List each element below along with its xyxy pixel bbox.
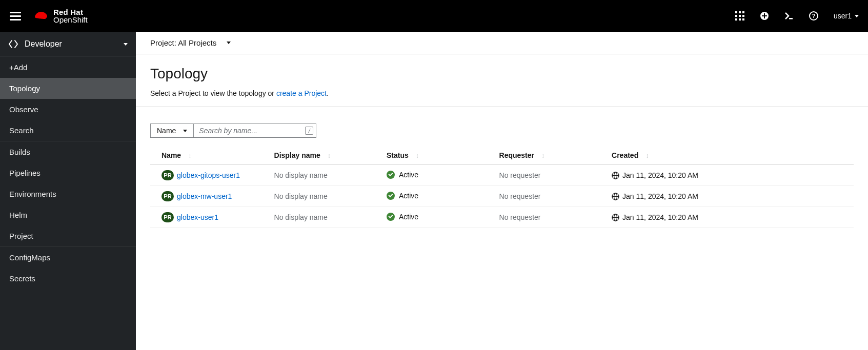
project-badge: PR <box>162 170 174 180</box>
project-label-value: All Projects <box>178 38 216 47</box>
grid-icon <box>735 11 744 20</box>
user-name: user1 <box>834 12 852 20</box>
status-cell: Active <box>387 171 418 179</box>
caret-down-icon <box>855 15 859 17</box>
requester-cell: No requester <box>488 165 601 186</box>
help-button[interactable]: ? <box>809 11 818 20</box>
check-circle-icon <box>387 192 395 200</box>
plus-circle-icon <box>760 11 769 20</box>
caret-down-icon <box>227 42 231 44</box>
project-link[interactable]: globex-gitops-user1 <box>177 171 240 179</box>
apps-launcher-button[interactable] <box>735 11 744 20</box>
sort-icon <box>541 152 544 159</box>
svg-rect-1 <box>739 11 741 13</box>
requester-cell: No requester <box>488 207 601 228</box>
table-header-created[interactable]: Created <box>600 146 854 165</box>
requester-cell: No requester <box>488 186 601 207</box>
question-circle-icon: ? <box>809 11 818 20</box>
project-link[interactable]: globex-user1 <box>177 213 218 221</box>
import-button[interactable] <box>760 11 769 20</box>
keyboard-shortcut-badge: / <box>305 127 313 135</box>
created-cell: Jan 11, 2024, 10:20 AM <box>600 186 854 207</box>
globe-icon <box>612 193 619 200</box>
svg-text:?: ? <box>812 13 816 19</box>
created-cell: Jan 11, 2024, 10:20 AM <box>600 207 854 228</box>
display-name-cell: No display name <box>263 186 376 207</box>
table-header-requester[interactable]: Requester <box>488 146 601 165</box>
sidebar-item-pipelines[interactable]: Pipelines <box>0 162 136 183</box>
project-link[interactable]: globex-mw-user1 <box>177 192 232 200</box>
user-menu-button[interactable]: user1 <box>834 12 859 20</box>
brand-text-top: Red Hat <box>53 8 88 16</box>
sidebar-item-environments[interactable]: Environments <box>0 183 136 204</box>
svg-rect-12 <box>789 18 793 19</box>
search-input[interactable] <box>193 123 316 138</box>
created-cell: Jan 11, 2024, 10:20 AM <box>600 165 854 186</box>
perspective-label: Developer <box>25 39 62 49</box>
page-description: Select a Project to view the topology or… <box>150 89 854 97</box>
filter-toolbar: Name / <box>136 111 868 141</box>
svg-rect-6 <box>735 18 737 20</box>
create-project-link[interactable]: create a Project <box>276 89 327 97</box>
code-icon <box>8 39 18 49</box>
table-header-display-name[interactable]: Display name <box>263 146 376 165</box>
display-name-cell: No display name <box>263 207 376 228</box>
status-cell: Active <box>387 192 418 200</box>
filter-attribute-dropdown[interactable]: Name <box>150 123 193 138</box>
sidebar-item-topology[interactable]: Topology <box>0 78 136 99</box>
svg-rect-3 <box>735 15 737 17</box>
status-cell: Active <box>387 213 418 221</box>
project-selector[interactable]: Project: All Projects <box>136 32 868 54</box>
sidebar-item--add[interactable]: +Add <box>0 57 136 78</box>
page-title: Topology <box>150 66 854 82</box>
svg-rect-5 <box>742 15 744 17</box>
sidebar-item-builds[interactable]: Builds <box>0 141 136 162</box>
masthead: Red Hat OpenShift ? user1 <box>0 0 868 32</box>
sidebar-item-helm[interactable]: Helm <box>0 204 136 225</box>
svg-rect-8 <box>742 18 744 20</box>
caret-down-icon <box>183 130 187 132</box>
terminal-button[interactable] <box>784 11 794 20</box>
hamburger-menu-button[interactable] <box>8 9 23 23</box>
table-header-status[interactable]: Status <box>375 146 488 165</box>
svg-rect-7 <box>739 18 741 20</box>
svg-rect-2 <box>742 11 744 13</box>
sort-icon <box>328 152 331 159</box>
brand-logo[interactable]: Red Hat OpenShift <box>33 8 88 24</box>
check-circle-icon <box>387 171 395 179</box>
redhat-hat-icon <box>33 10 49 22</box>
sort-icon <box>188 152 191 159</box>
sort-icon <box>416 152 419 159</box>
sidebar-item-configmaps[interactable]: ConfigMaps <box>0 247 136 268</box>
globe-icon <box>612 172 619 179</box>
sidebar-item-project[interactable]: Project <box>0 225 136 246</box>
sidebar: Developer +AddTopologyObserveSearchBuild… <box>0 32 136 350</box>
caret-down-icon <box>124 43 128 46</box>
display-name-cell: No display name <box>263 165 376 186</box>
projects-table: NameDisplay nameStatusRequesterCreated P… <box>150 146 854 228</box>
sidebar-item-observe[interactable]: Observe <box>0 99 136 120</box>
sort-icon <box>645 152 649 159</box>
check-circle-icon <box>387 213 395 221</box>
project-badge: PR <box>162 212 174 222</box>
divider <box>136 107 868 107</box>
svg-rect-11 <box>762 15 767 16</box>
sidebar-item-secrets[interactable]: Secrets <box>0 268 136 289</box>
terminal-icon <box>784 11 794 20</box>
table-header-name[interactable]: Name <box>150 146 263 165</box>
table-row: PRglobex-gitops-user1No display nameActi… <box>150 165 854 186</box>
project-label-prefix: Project: <box>150 38 176 47</box>
project-badge: PR <box>162 191 174 201</box>
svg-rect-4 <box>739 15 741 17</box>
table-row: PRglobex-mw-user1No display nameActiveNo… <box>150 186 854 207</box>
main-content: Project: All Projects Topology Select a … <box>136 32 868 350</box>
table-row: PRglobex-user1No display nameActiveNo re… <box>150 207 854 228</box>
globe-icon <box>612 214 619 221</box>
svg-rect-0 <box>735 11 737 13</box>
brand-text-bottom: OpenShift <box>53 16 88 24</box>
sidebar-item-search[interactable]: Search <box>0 120 136 141</box>
perspective-switcher[interactable]: Developer <box>0 32 136 57</box>
